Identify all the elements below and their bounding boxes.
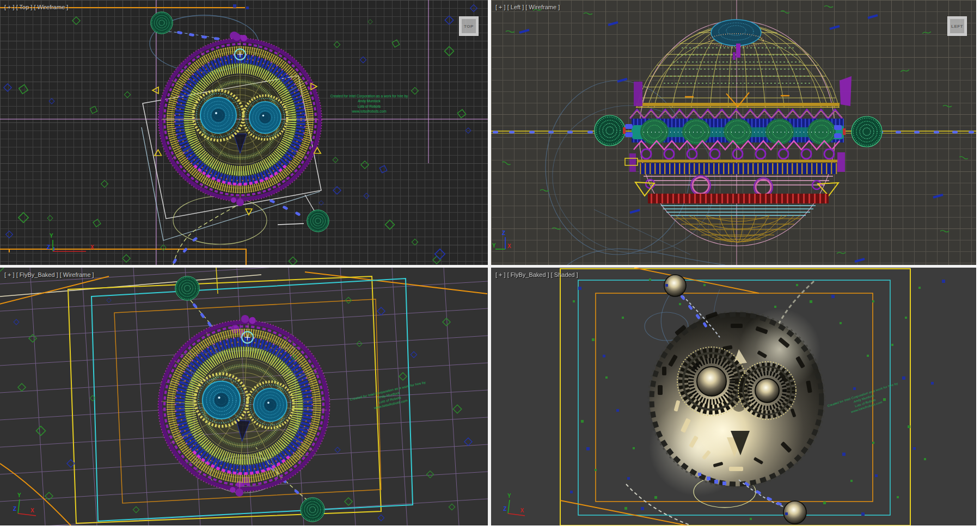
watermark-line: Lots of Robots	[330, 104, 408, 109]
viewport-flyby-shaded[interactable]: Y Z X [ + ] [ FlyBy_Baked ] [ Shaded ] C…	[491, 268, 976, 525]
viewport-menu-shading[interactable]: [ Wireframe ]	[60, 271, 94, 278]
moon-sphere-left[interactable]	[595, 115, 633, 146]
watermark-line: Andy Murdock	[330, 98, 408, 103]
viewport-menu-shading[interactable]: [ Shaded ]	[551, 271, 578, 278]
viewport-menu-view[interactable]: [ Left ]	[507, 4, 524, 10]
viewport-menu-view[interactable]: [ FlyBy_Baked ]	[507, 271, 549, 278]
svg-text:Z: Z	[13, 506, 16, 512]
svg-text:Y: Y	[50, 233, 53, 239]
svg-text:X: X	[520, 508, 524, 514]
axis-tripod: Y Z X	[13, 492, 36, 516]
axis-tripod: Y Z X	[503, 493, 525, 516]
moon-sphere-bottom[interactable]	[307, 210, 329, 232]
viewport-splitter-vertical[interactable]	[488, 0, 491, 525]
svg-text:X: X	[507, 243, 511, 249]
viewport-menu-view[interactable]: [ Top ]	[16, 4, 33, 10]
svg-text:Z: Z	[47, 244, 50, 250]
owl-ship-shaded[interactable]	[648, 308, 825, 496]
moon-sphere-top[interactable]	[175, 276, 199, 300]
owl-ship-wireframe[interactable]	[154, 311, 334, 501]
viewport-label-top: [ + ] [ Top ] [ Wireframe ]	[4, 4, 68, 10]
watermark-text: Created for Intel Corporation as a work …	[330, 94, 408, 114]
flyby-loop-ellipse[interactable]	[173, 196, 267, 244]
viewport-menu-plus[interactable]: [ + ]	[4, 271, 15, 278]
moon-sphere-top[interactable]	[151, 12, 173, 34]
svg-text:Y: Y	[17, 492, 21, 498]
viewport-menu-shading[interactable]: [ Wireframe ]	[525, 4, 560, 10]
viewcube-top[interactable]: TOP	[459, 16, 479, 36]
svg-text:X: X	[30, 508, 34, 514]
viewcube-left[interactable]: LEFT	[947, 16, 967, 36]
viewport-label-left: [ + ] [ Left ] [ Wireframe ]	[495, 4, 560, 10]
owl-ship-side-wireframe[interactable]	[629, 20, 852, 246]
viewport-menu-plus[interactable]: [ + ]	[4, 4, 15, 10]
viewport-canvas-flyby-shaded[interactable]: Y Z X	[491, 268, 976, 525]
owl-ship-wireframe[interactable]	[158, 33, 322, 206]
viewport-top[interactable]: Y Z X [ + ] [ Top ] [ Wireframe ] TOP Cr…	[0, 0, 488, 265]
viewport-flyby-wireframe[interactable]: Y Z X [ + ] [ FlyBy_Baked ] [ Wireframe …	[0, 268, 488, 525]
viewport-splitter-horizontal[interactable]	[0, 265, 976, 268]
viewport-menu-shading[interactable]: [ Wireframe ]	[34, 4, 68, 10]
svg-text:Z: Z	[502, 230, 505, 236]
svg-text:Y: Y	[507, 493, 511, 499]
viewport-quad-layout: Y Z X [ + ] [ Top ] [ Wireframe ] TOP Cr…	[0, 0, 980, 532]
viewport-label-flyby-wireframe: [ + ] [ FlyBy_Baked ] [ Wireframe ]	[4, 271, 94, 278]
viewport-left[interactable]: Z Y X [ + ] [ Left ] [ Wireframe ] LEFT	[491, 0, 976, 265]
viewport-menu-plus[interactable]: [ + ]	[495, 271, 506, 278]
svg-text:X: X	[90, 244, 94, 250]
moon-sphere-bottom[interactable]	[301, 498, 324, 522]
viewport-label-flyby-shaded: [ + ] [ FlyBy_Baked ] [ Shaded ]	[495, 271, 578, 278]
axis-tripod: Z Y X	[492, 230, 511, 249]
svg-text:Z: Z	[503, 506, 506, 512]
viewport-canvas-top[interactable]: Y Z X	[0, 0, 488, 265]
viewport-menu-plus[interactable]: [ + ]	[495, 4, 506, 10]
viewport-menu-view[interactable]: [ FlyBy_Baked ]	[16, 271, 58, 278]
viewport-canvas-left[interactable]: Z Y X	[491, 0, 976, 265]
watermark-line: Created for Intel Corporation as a work …	[330, 94, 408, 98]
axis-tripod: Y Z X	[47, 233, 94, 251]
svg-text:Y: Y	[492, 243, 496, 249]
watermark-line: www.lotsofrobots.com	[330, 109, 408, 114]
